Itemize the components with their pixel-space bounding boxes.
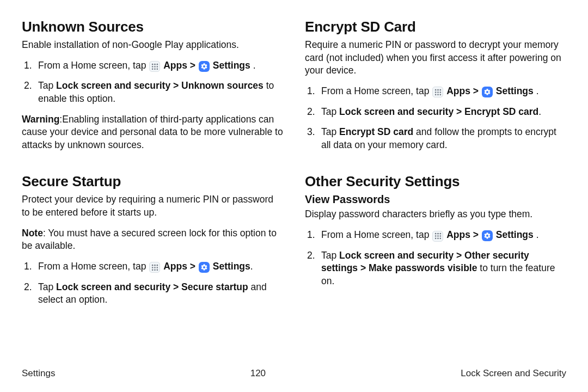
settings-label: Settings — [213, 60, 250, 71]
step-item: From a Home screen, tap Apps > Settings … — [22, 59, 283, 72]
svg-point-25 — [437, 94, 439, 95]
warning-unknown-sources: Warning:Enabling installation of third-p… — [22, 113, 283, 152]
settings-label: Settings — [496, 85, 534, 96]
apps-icon — [149, 262, 160, 273]
tap-prefix: Tap — [321, 126, 339, 137]
heading-other-security: Other Security Settings — [305, 173, 566, 190]
svg-point-34 — [437, 238, 439, 240]
step-item: From a Home screen, tap Apps > Settings. — [22, 260, 283, 273]
apps-label: Apps — [446, 229, 470, 240]
svg-point-30 — [435, 235, 437, 237]
step-text: From a Home screen, tap — [38, 60, 149, 71]
step-item: Tap Lock screen and security > Other sec… — [305, 249, 566, 288]
period: . — [536, 229, 539, 240]
step-bold-path: Lock screen and security > Secure startu… — [56, 281, 248, 292]
step-text: From a Home screen, tap — [38, 261, 149, 272]
svg-point-8 — [156, 68, 158, 70]
apps-label: Apps — [163, 60, 187, 71]
svg-point-20 — [439, 89, 441, 91]
settings-icon — [482, 87, 493, 97]
svg-point-9 — [152, 265, 154, 266]
step-item: From a Home screen, tap Apps > Settings … — [305, 85, 566, 98]
settings-icon — [482, 230, 493, 241]
step-bold-path: Lock screen and security > Encrypt SD ca… — [339, 106, 538, 117]
step-item: Tap Encrypt SD card and follow the promp… — [305, 126, 566, 151]
footer-page-number: 120 — [250, 368, 266, 379]
step-item: Tap Lock screen and security > Secure st… — [22, 281, 283, 307]
period: . — [250, 261, 253, 272]
settings-label: Settings — [496, 229, 534, 240]
page-columns: Unknown Sources Enable installation of n… — [22, 19, 566, 353]
svg-point-29 — [439, 233, 441, 235]
apps-icon — [432, 231, 443, 242]
apps-label: Apps — [163, 261, 187, 272]
period: . — [538, 106, 541, 117]
svg-point-10 — [154, 265, 156, 266]
svg-point-18 — [435, 89, 437, 91]
note-body: : You must have a secured screen lock fo… — [22, 228, 277, 252]
apps-icon — [149, 61, 160, 72]
subheading-view-passwords: View Passwords — [305, 193, 566, 206]
svg-point-27 — [435, 233, 437, 235]
note-label: Note — [22, 228, 43, 238]
svg-point-17 — [156, 269, 158, 271]
period: . — [536, 85, 539, 96]
svg-point-24 — [435, 94, 437, 95]
svg-point-19 — [437, 89, 439, 91]
svg-point-28 — [437, 233, 439, 235]
intro-encrypt-sd: Require a numeric PIN or password to dec… — [305, 39, 566, 77]
footer-left: Settings — [22, 368, 55, 379]
svg-point-2 — [156, 63, 158, 65]
section-secure-startup: Secure Startup Protect your device by re… — [22, 173, 283, 314]
left-column: Unknown Sources Enable installation of n… — [22, 19, 283, 353]
step-item: Tap Lock screen and security > Encrypt S… — [305, 106, 566, 119]
step-item: Tap Lock screen and security > Unknown s… — [22, 79, 283, 105]
intro-secure-startup: Protect your device by requiring a numer… — [22, 193, 283, 219]
steps-view-passwords: From a Home screen, tap Apps > Settings … — [305, 229, 566, 288]
footer-right: Lock Screen and Security — [461, 368, 566, 379]
svg-point-0 — [152, 63, 154, 65]
tap-prefix: Tap — [38, 281, 56, 292]
heading-secure-startup: Secure Startup — [22, 173, 283, 190]
warning-body: :Enabling installation of third-party ap… — [22, 114, 283, 150]
steps-secure-startup: From a Home screen, tap Apps > Settings.… — [22, 260, 283, 307]
section-encrypt-sd: Encrypt SD Card Require a numeric PIN or… — [305, 19, 566, 159]
section-unknown-sources: Unknown Sources Enable installation of n… — [22, 19, 283, 159]
intro-view-passwords: Display password characters briefly as y… — [305, 208, 566, 221]
svg-point-23 — [439, 91, 441, 93]
separator: > — [190, 60, 198, 71]
svg-point-3 — [152, 66, 154, 68]
svg-point-21 — [435, 91, 437, 93]
settings-icon — [199, 262, 210, 273]
svg-point-7 — [154, 68, 156, 70]
svg-point-12 — [152, 267, 154, 268]
intro-unknown-sources: Enable installation of non-Google Play a… — [22, 39, 283, 52]
svg-point-1 — [154, 63, 156, 65]
svg-point-31 — [437, 235, 439, 237]
heading-encrypt-sd: Encrypt SD Card — [305, 19, 566, 35]
settings-label: Settings — [213, 261, 250, 272]
steps-encrypt-sd: From a Home screen, tap Apps > Settings … — [305, 85, 566, 152]
note-secure-startup: Note: You must have a secured screen loc… — [22, 227, 283, 253]
svg-point-4 — [154, 66, 156, 68]
step-text: From a Home screen, tap — [321, 85, 432, 96]
tap-prefix: Tap — [321, 106, 339, 117]
step-bold-path: Lock screen and security > Unknown sourc… — [56, 80, 264, 91]
right-column: Encrypt SD Card Require a numeric PIN or… — [305, 19, 566, 353]
svg-point-33 — [435, 238, 437, 240]
tap-prefix: Tap — [321, 250, 339, 261]
period: . — [253, 60, 256, 71]
section-other-security: Other Security Settings View Passwords D… — [305, 173, 566, 295]
separator: > — [473, 85, 481, 96]
warning-label: Warning — [22, 114, 59, 125]
settings-icon — [199, 61, 210, 72]
steps-unknown-sources: From a Home screen, tap Apps > Settings … — [22, 59, 283, 106]
apps-label: Apps — [446, 85, 470, 96]
step-bold: Encrypt SD card — [339, 126, 413, 137]
step-text: From a Home screen, tap — [321, 229, 432, 240]
step-item: From a Home screen, tap Apps > Settings … — [305, 229, 566, 242]
svg-point-26 — [439, 94, 441, 95]
svg-point-13 — [154, 267, 156, 268]
separator: > — [473, 229, 481, 240]
svg-point-11 — [156, 265, 158, 266]
